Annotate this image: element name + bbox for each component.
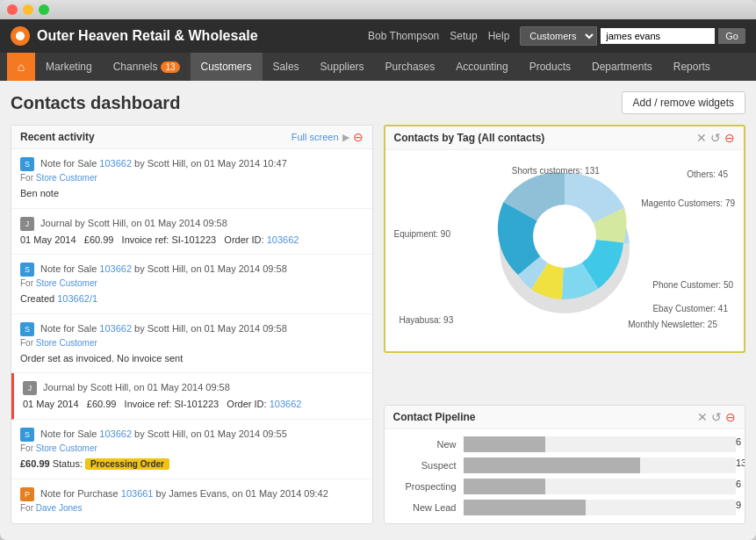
- sale-link[interactable]: 103662: [99, 323, 132, 334]
- pipeline-label: Prospecting: [393, 481, 464, 492]
- label-magento: Magento Customers: 79: [641, 198, 735, 208]
- pipeline-row-new: New 6: [393, 436, 737, 452]
- order-link[interactable]: 103662: [267, 234, 299, 245]
- pipeline-row-suspect: Suspect 13: [393, 457, 737, 473]
- label-phone: Phone Customer: 50: [652, 280, 733, 290]
- customer-link[interactable]: Store Customer: [36, 338, 97, 348]
- pipeline-bar-container: 9: [464, 500, 737, 515]
- recent-activity-header: Recent activity Full screen ▶ ⊖: [11, 126, 372, 149]
- add-widgets-button[interactable]: Add / remove widgets: [622, 91, 745, 114]
- label-others: Others: 45: [687, 169, 728, 179]
- pipeline-row-new-lead: New Lead 9: [393, 500, 737, 515]
- label-hayabusa: Hayabusa: 93: [400, 315, 454, 325]
- pipeline-label: New Lead: [393, 502, 464, 513]
- search-input[interactable]: [601, 28, 715, 44]
- activity-item: P Note for Purchase 103661 by James Evan…: [11, 479, 372, 519]
- created-link[interactable]: 103662/1: [57, 293, 97, 304]
- settings-icon[interactable]: ✕: [696, 132, 707, 144]
- pipeline-bar-container: 13: [464, 457, 737, 473]
- sale-icon: S: [20, 157, 34, 171]
- nav-marketing[interactable]: Marketing: [35, 53, 103, 81]
- purchase-icon: P: [20, 487, 34, 501]
- label-ebay: Ebay Customer: 41: [652, 304, 728, 313]
- recent-activity-widget: Recent activity Full screen ▶ ⊖ S Note f…: [11, 125, 373, 524]
- pipeline-count: 13: [736, 457, 745, 468]
- sale-link[interactable]: 103662: [99, 158, 132, 169]
- pipeline-count: 6: [736, 436, 745, 447]
- contact-pipeline-header: Contact Pipeline ✕ ↺ ⊖: [385, 406, 745, 429]
- brand-name: Outer Heaven Retail & Wholesale: [37, 28, 258, 44]
- customer-link[interactable]: Store Customer: [36, 443, 97, 453]
- title-bar: [0, 0, 756, 19]
- help-link[interactable]: Help: [488, 30, 510, 42]
- contact-pipeline-controls: ✕ ↺ ⊖: [697, 411, 736, 423]
- journal-icon: J: [23, 381, 37, 395]
- minimize-button[interactable]: [23, 4, 33, 15]
- pipeline-bar: [464, 479, 545, 494]
- activity-item: S Note for Sale 103662 by Scott Hill, on…: [11, 420, 372, 479]
- sale-link[interactable]: 103662: [99, 263, 132, 274]
- settings-icon[interactable]: ✕: [697, 411, 708, 423]
- fullscreen-arrow: ▶: [342, 132, 349, 143]
- nav-suppliers[interactable]: Suppliers: [310, 53, 375, 81]
- search-dropdown[interactable]: Customers: [520, 26, 597, 46]
- channels-badge: 13: [161, 61, 179, 73]
- purchase-link[interactable]: 103661: [121, 488, 154, 499]
- customer-link[interactable]: Store Customer: [36, 278, 97, 288]
- contacts-by-tag-header: Contacts by Tag (All contacts) ✕ ↺ ⊖: [385, 126, 745, 150]
- user-link[interactable]: Bob Thompson: [368, 30, 439, 42]
- activity-item: J Journal by Scott Hill, on 01 May 2014 …: [11, 373, 372, 420]
- top-nav-right: Bob Thompson Setup Help Customers Go: [368, 26, 745, 46]
- sale-icon: S: [20, 263, 34, 277]
- full-screen-link[interactable]: Full screen: [292, 132, 339, 142]
- activity-item: S Note for Sale 103662 by Scott Hill, on…: [11, 255, 372, 314]
- close-widget-icon[interactable]: ⊖: [353, 131, 364, 143]
- nav-departments[interactable]: Departments: [581, 53, 663, 81]
- pipeline-label: Suspect: [393, 460, 464, 471]
- setup-link[interactable]: Setup: [450, 30, 477, 42]
- customer-link[interactable]: Dave Jones: [36, 503, 83, 513]
- contacts-by-tag-widget: Contacts by Tag (All contacts) ✕ ↺ ⊖: [384, 125, 746, 353]
- maximize-button[interactable]: [39, 4, 49, 15]
- sale-icon: S: [20, 322, 34, 336]
- journal-icon: J: [20, 217, 34, 231]
- secondary-nav: ⌂ Marketing Channels 13 Customers Sales …: [0, 53, 756, 81]
- pipeline-bar-container: 6: [464, 479, 737, 494]
- close-widget-icon[interactable]: ⊖: [724, 132, 735, 144]
- page-header: Contacts dashboard Add / remove widgets: [11, 91, 745, 114]
- page-title: Contacts dashboard: [11, 93, 180, 113]
- order-link[interactable]: 103662: [270, 399, 302, 409]
- activity-item: S Note for Sale 103662 by Scott Hill, on…: [11, 149, 372, 209]
- pipeline-bar-container: 6: [464, 436, 737, 452]
- pipeline-count: 9: [736, 500, 745, 510]
- pipeline-bar: [464, 457, 641, 473]
- activity-item: J Journal by Scott Hill, on 01 May 2014 …: [11, 209, 372, 256]
- refresh-icon[interactable]: ↺: [710, 132, 721, 144]
- customer-link[interactable]: Store Customer: [36, 173, 97, 183]
- search-container: Customers Go: [520, 26, 745, 46]
- contacts-by-tag-controls: ✕ ↺ ⊖: [696, 132, 735, 144]
- brand-icon: [11, 26, 30, 46]
- sale-link[interactable]: 103662: [99, 428, 132, 439]
- nav-channels[interactable]: Channels 13: [103, 53, 191, 81]
- home-button[interactable]: ⌂: [7, 53, 35, 81]
- donut-hole: [533, 205, 596, 268]
- close-button[interactable]: [7, 4, 18, 15]
- refresh-icon[interactable]: ↺: [711, 411, 722, 423]
- pipeline-bar: [464, 500, 587, 515]
- dashboard-grid: Recent activity Full screen ▶ ⊖ S Note f…: [11, 125, 745, 524]
- nav-purchases[interactable]: Purchases: [375, 53, 446, 81]
- nav-customers[interactable]: Customers: [191, 53, 263, 81]
- close-widget-icon[interactable]: ⊖: [725, 411, 736, 423]
- nav-sales[interactable]: Sales: [263, 53, 310, 81]
- page-content: Contacts dashboard Add / remove widgets …: [0, 81, 756, 540]
- search-button[interactable]: Go: [718, 28, 745, 44]
- contacts-by-tag-title: Contacts by Tag (All contacts): [394, 132, 545, 144]
- contact-pipeline-widget: Contact Pipeline ✕ ↺ ⊖ New 6: [384, 405, 746, 524]
- recent-activity-controls: Full screen ▶ ⊖: [292, 131, 364, 143]
- nav-reports[interactable]: Reports: [663, 53, 721, 81]
- nav-accounting[interactable]: Accounting: [445, 53, 518, 81]
- nav-products[interactable]: Products: [519, 53, 581, 81]
- status-badge: Processing Order: [85, 458, 169, 470]
- app-window: Outer Heaven Retail & Wholesale Bob Thom…: [0, 0, 756, 540]
